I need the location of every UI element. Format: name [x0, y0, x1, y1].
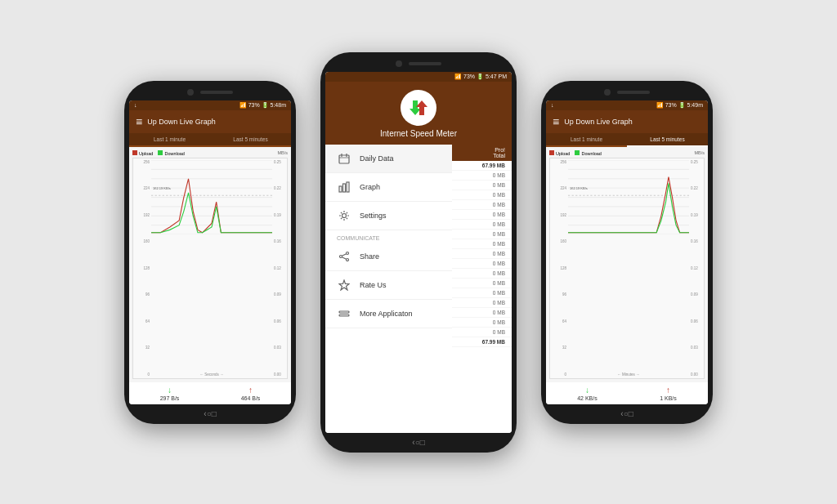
left-graph-container: Upload Download MB/s 256 224 192 160 128… — [129, 147, 291, 382]
center-menu-settings[interactable]: Settings — [325, 202, 452, 230]
data-item-17: 0 MB — [452, 328, 512, 337]
left-recent-btn[interactable]: □ — [212, 409, 217, 418]
center-menu-rate[interactable]: Rate Us — [325, 271, 452, 300]
right-graph-legend: Upload Download — [549, 150, 602, 156]
right-upload-arrow: ↑ — [666, 386, 670, 395]
center-recent-btn[interactable]: □ — [420, 438, 425, 447]
center-data-panel: Pro! Total 67.99 MB 0 MB 0 MB 0 MB 0 MB … — [452, 145, 512, 433]
right-download-speed: ↓ 42 KB/s — [577, 386, 598, 401]
daily-data-icon — [337, 151, 351, 166]
right-y-labels-right: 0.25 0.22 0.19 0.16 0.12 0.09 0.06 0.03 … — [689, 158, 704, 378]
svg-rect-12 — [339, 155, 349, 163]
star-icon — [337, 278, 351, 292]
left-x-label: ← Seconds → — [151, 372, 272, 377]
center-bottom-nav: ‹ ○ □ — [412, 433, 424, 453]
right-status-right: 📶 73% 🔋 5:49m — [656, 102, 703, 109]
svg-rect-16 — [339, 186, 342, 192]
left-y-labels-right: 0.25 0.22 0.19 0.16 0.12 0.09 0.06 0.03 … — [272, 158, 287, 378]
svg-marker-25 — [339, 280, 349, 290]
right-upload-speed: ↑ 1 KB/s — [660, 386, 677, 401]
left-speed-row: ↓ 297 B/s ↑ 464 B/s — [129, 382, 291, 404]
communicate-section-label: Communicate — [325, 230, 452, 243]
svg-line-24 — [342, 256, 346, 258]
svg-point-20 — [347, 252, 349, 254]
data-item-total-bottom: 67.99 MB — [452, 337, 512, 347]
data-item-4: 0 MB — [452, 200, 512, 210]
data-item-12: 0 MB — [452, 279, 512, 288]
right-ref-label: 162.19 KB/s — [570, 186, 588, 190]
center-menu-share[interactable]: Share — [325, 243, 452, 271]
left-phone: ↓ 📶 73% 🔋 5:48m ≡ Up Down Live Graph Las… — [124, 81, 296, 424]
right-status-bar: ↓ 📶 73% 🔋 5:49m — [546, 100, 708, 110]
data-item-8: 0 MB — [452, 239, 512, 249]
more-app-label: More Applicaton — [360, 310, 413, 318]
center-phone-screen: 📶 73% 🔋 5:47 PM Internet Speed Meter — [325, 72, 512, 433]
svg-marker-11 — [416, 100, 427, 115]
graph-menu-label: Graph — [360, 183, 380, 191]
right-phone-screen: ↓ 📶 73% 🔋 5:49m ≡ Up Down Live Graph Las… — [546, 100, 708, 404]
svg-point-19 — [342, 213, 347, 217]
right-y-labels: 256 224 192 160 128 96 64 32 0 — [550, 158, 568, 378]
left-ref-label: 162.19 KB/s — [153, 186, 171, 190]
right-tab-1min[interactable]: Last 1 minute — [546, 133, 627, 145]
center-app-title: Internet Speed Meter — [380, 129, 457, 138]
data-item-16: 0 MB — [452, 318, 512, 328]
upload-legend: Upload — [132, 150, 153, 156]
center-menu-graph[interactable]: Graph — [325, 173, 452, 202]
left-download-arrow: ↓ — [168, 386, 172, 395]
left-graph-legend: Upload Download — [132, 150, 185, 156]
svg-point-21 — [347, 258, 349, 261]
right-recent-btn[interactable]: □ — [629, 409, 633, 418]
logo-svg — [406, 96, 431, 120]
data-item-10: 0 MB — [452, 259, 512, 269]
left-download-value: 297 B/s — [160, 395, 180, 401]
right-upload-value: 1 KB/s — [660, 395, 677, 401]
left-graph-unit: MB/s — [277, 150, 288, 155]
link-icon — [337, 306, 351, 321]
right-upload-legend: Upload — [549, 150, 570, 156]
left-phone-screen: ↓ 📶 73% 🔋 5:48m ≡ Up Down Live Graph Las… — [129, 100, 291, 404]
right-app-title: Up Down Live Graph — [564, 118, 633, 126]
data-item-11: 0 MB — [452, 269, 512, 279]
left-tab-bar: Last 1 minute Last 5 minutes — [129, 133, 291, 147]
right-hamburger-icon[interactable]: ≡ — [553, 115, 559, 128]
left-upload-speed: ↑ 464 B/s — [241, 386, 261, 401]
right-tab-5min[interactable]: Last 5 minutes — [627, 133, 708, 147]
left-status-left: ↓ — [134, 102, 137, 108]
right-graph-svg — [568, 160, 689, 234]
left-graph-svg — [151, 160, 272, 234]
left-upload-arrow: ↑ — [248, 386, 253, 395]
right-graph-container: Upload Download MB/s 256 224 192 160 128… — [546, 147, 708, 382]
left-graph-area: 256 224 192 160 128 96 64 32 0 0.25 0.22… — [132, 158, 288, 379]
right-bottom-nav: ‹ ○ □ — [620, 404, 633, 424]
right-tab-bar: Last 1 minute Last 5 minutes — [546, 133, 708, 147]
center-status-right: 📶 73% 🔋 5:47 PM — [454, 74, 507, 80]
data-item-9: 0 MB — [452, 249, 512, 259]
left-app-title: Up Down Live Graph — [147, 118, 216, 126]
svg-line-23 — [342, 253, 346, 255]
svg-marker-10 — [410, 100, 421, 115]
left-status-bar: ↓ 📶 73% 🔋 5:48m — [129, 100, 291, 110]
center-menu-daily-data[interactable]: Daily Data — [325, 145, 452, 173]
left-status-right: 📶 73% 🔋 5:48m — [239, 102, 286, 109]
right-status-left: ↓ — [551, 102, 554, 108]
daily-data-label: Daily Data — [360, 154, 394, 163]
right-x-label: ← Minutes → — [568, 372, 689, 377]
center-menu-panel: Daily Data Graph Settings Comm — [325, 145, 452, 433]
graph-menu-icon — [337, 180, 351, 194]
svg-rect-27 — [339, 314, 349, 316]
right-graph-unit: MB/s — [694, 150, 705, 155]
left-bottom-nav: ‹ ○ □ — [204, 404, 216, 424]
data-item-3: 0 MB — [452, 190, 512, 200]
svg-point-22 — [340, 255, 342, 257]
center-menu-more[interactable]: More Applicaton — [325, 300, 452, 328]
left-tab-5min[interactable]: Last 5 minutes — [210, 133, 291, 145]
center-status-bar: 📶 73% 🔋 5:47 PM — [325, 72, 512, 82]
settings-menu-icon — [337, 208, 351, 223]
svg-rect-26 — [339, 311, 349, 313]
center-app-header: Internet Speed Meter — [325, 82, 512, 145]
left-hamburger-icon[interactable]: ≡ — [136, 115, 142, 128]
left-tab-1min[interactable]: Last 1 minute — [129, 133, 210, 145]
data-item-1: 0 MB — [452, 171, 512, 181]
left-download-speed: ↓ 297 B/s — [160, 386, 180, 401]
